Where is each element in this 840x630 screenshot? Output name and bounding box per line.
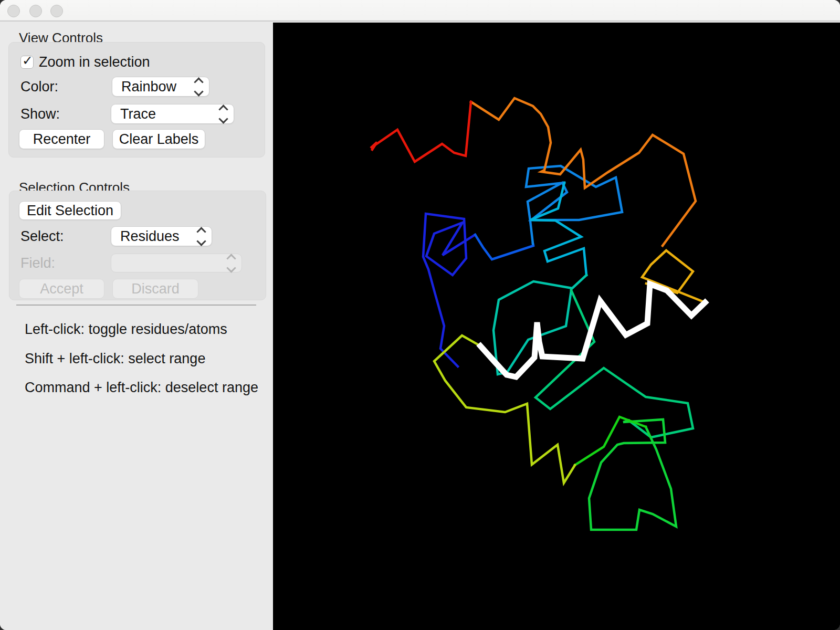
close-button[interactable]: [7, 5, 20, 17]
color-select-value: Rainbow: [121, 79, 195, 95]
trace-segment-green: [589, 419, 676, 530]
updown-chevrons-icon: [220, 106, 227, 122]
updown-chevrons-icon: [198, 228, 205, 245]
color-select[interactable]: Rainbow: [112, 77, 209, 97]
select-mode-select[interactable]: Residues: [111, 226, 212, 246]
field-select: [111, 254, 242, 272]
show-label: Show:: [20, 106, 60, 122]
help-line-left-click: Left-click: toggle residues/atoms: [25, 321, 227, 338]
checkmark-icon: ✓: [22, 54, 33, 67]
app-window: View Controls ✓ Zoom in selection Color:…: [0, 0, 840, 630]
sidebar-divider: [16, 304, 256, 306]
trace-segment-red-c-terminus: [371, 102, 471, 162]
select-label: Select:: [20, 228, 64, 245]
color-label: Color:: [20, 79, 58, 95]
trace-segment-blue-n-terminus: [423, 214, 475, 366]
window-content: View Controls ✓ Zoom in selection Color:…: [0, 23, 840, 630]
window-titlebar[interactable]: [0, 0, 840, 22]
trace-segment-sea-green: [536, 290, 693, 437]
minimize-button[interactable]: [29, 5, 42, 17]
selection-controls-group: Edit Selection Select: Residues Field: A…: [9, 191, 266, 300]
zoom-button[interactable]: [50, 5, 63, 17]
edit-selection-button[interactable]: Edit Selection: [19, 201, 121, 220]
zoom-in-selection-label: Zoom in selection: [39, 54, 150, 70]
updown-chevrons-icon: [228, 255, 235, 271]
controls-sidebar: View Controls ✓ Zoom in selection Color:…: [0, 23, 273, 630]
molecule-viewport[interactable]: [273, 23, 840, 630]
clear-labels-button[interactable]: Clear Labels: [112, 129, 205, 149]
recenter-button[interactable]: Recenter: [19, 129, 104, 149]
help-line-shift-click: Shift + left-click: select range: [25, 351, 205, 367]
show-select-value: Trace: [120, 106, 220, 122]
help-line-command-click: Command + left-click: deselect range: [25, 380, 258, 396]
show-select[interactable]: Trace: [111, 104, 234, 124]
select-mode-value: Residues: [120, 228, 198, 245]
updown-chevrons-icon: [195, 79, 202, 95]
protein-trace: [273, 23, 840, 630]
field-label: Field:: [20, 255, 55, 271]
discard-button: Discard: [112, 279, 198, 299]
accept-button: Accept: [19, 279, 104, 299]
zoom-in-selection-checkbox[interactable]: ✓: [20, 56, 34, 69]
trace-segment-orange: [471, 98, 696, 246]
trace-segment-blue: [475, 235, 533, 259]
view-controls-group: ✓ Zoom in selection Color: Rainbow Show:…: [8, 42, 265, 158]
